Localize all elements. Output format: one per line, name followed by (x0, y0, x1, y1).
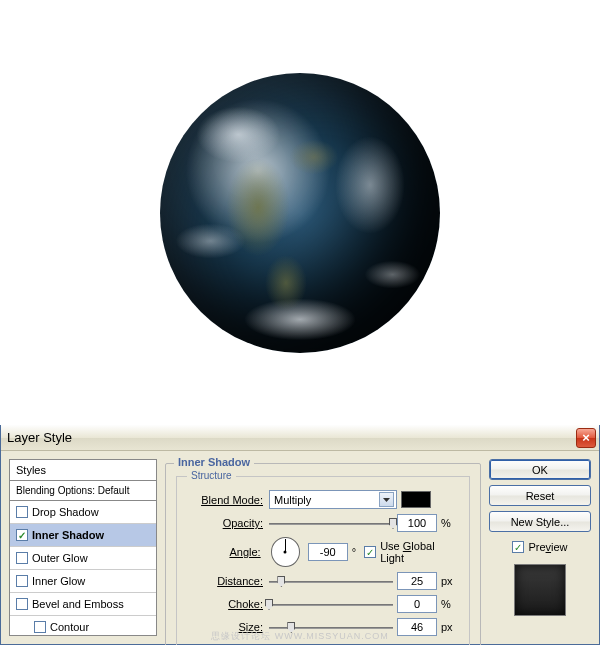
style-item-label: Inner Shadow (32, 529, 104, 541)
size-unit: px (441, 621, 459, 633)
size-slider[interactable] (269, 620, 393, 634)
style-item-inner-shadow[interactable]: ✓ Inner Shadow (10, 524, 156, 547)
blend-mode-dropdown[interactable]: Multiply (269, 490, 397, 509)
style-item-inner-glow[interactable]: Inner Glow (10, 570, 156, 593)
close-icon: × (582, 430, 590, 445)
global-light-checkbox[interactable]: ✓ (364, 546, 376, 558)
style-item-contour[interactable]: Contour (10, 616, 156, 636)
blending-options-row[interactable]: Blending Options: Default (10, 481, 156, 501)
checkbox-icon[interactable] (16, 598, 28, 610)
checkbox-icon[interactable] (34, 621, 46, 633)
chevron-down-icon (379, 492, 394, 507)
canvas-preview (0, 0, 600, 425)
distance-input[interactable] (397, 572, 437, 590)
checkbox-icon[interactable] (16, 575, 28, 587)
opacity-label: Opacity: (187, 517, 265, 529)
opacity-slider[interactable] (269, 516, 393, 530)
structure-label: Structure (187, 470, 236, 481)
global-light-label: Use Global Light (380, 540, 459, 564)
angle-label: Angle: (187, 546, 263, 558)
distance-unit: px (441, 575, 459, 587)
angle-dial[interactable] (271, 537, 300, 567)
preview-checkbox[interactable]: ✓ (512, 541, 524, 553)
shadow-color-swatch[interactable] (401, 491, 431, 508)
style-item-label: Outer Glow (32, 552, 88, 564)
checkbox-icon[interactable] (16, 506, 28, 518)
style-item-outer-glow[interactable]: Outer Glow (10, 547, 156, 570)
choke-input[interactable] (397, 595, 437, 613)
distance-label: Distance: (187, 575, 265, 587)
preview-thumbnail (514, 564, 566, 616)
distance-slider[interactable] (269, 574, 393, 588)
blend-mode-value: Multiply (274, 494, 311, 506)
opacity-unit: % (441, 517, 459, 529)
angle-input[interactable] (308, 543, 348, 561)
new-style-button[interactable]: New Style... (489, 511, 591, 532)
style-item-label: Drop Shadow (32, 506, 99, 518)
size-label: Size: (187, 621, 265, 633)
ok-button[interactable]: OK (489, 459, 591, 480)
choke-unit: % (441, 598, 459, 610)
style-item-label: Inner Glow (32, 575, 85, 587)
section-title: Inner Shadow (174, 456, 254, 468)
checkbox-icon[interactable] (16, 552, 28, 564)
opacity-input[interactable] (397, 514, 437, 532)
styles-list: Styles Blending Options: Default Drop Sh… (9, 459, 157, 636)
layer-style-dialog: Layer Style × Styles Blending Options: D… (0, 425, 600, 645)
style-item-bevel-emboss[interactable]: Bevel and Emboss (10, 593, 156, 616)
titlebar: Layer Style × (1, 425, 599, 451)
size-input[interactable] (397, 618, 437, 636)
style-item-drop-shadow[interactable]: Drop Shadow (10, 501, 156, 524)
style-item-label: Bevel and Emboss (32, 598, 124, 610)
reset-button[interactable]: Reset (489, 485, 591, 506)
styles-header[interactable]: Styles (10, 460, 156, 481)
choke-label: Choke: (187, 598, 265, 610)
preview-label: Preview (528, 541, 567, 553)
close-button[interactable]: × (576, 428, 596, 448)
checkbox-icon[interactable]: ✓ (16, 529, 28, 541)
earth-sphere (160, 73, 440, 353)
settings-panel: Inner Shadow Structure Blend Mode: Multi… (165, 459, 481, 636)
dialog-buttons: OK Reset New Style... ✓ Preview (489, 459, 591, 636)
blend-mode-label: Blend Mode: (187, 494, 265, 506)
dialog-title: Layer Style (7, 430, 72, 445)
angle-unit: ° (352, 546, 356, 558)
style-item-label: Contour (50, 621, 89, 633)
choke-slider[interactable] (269, 597, 393, 611)
